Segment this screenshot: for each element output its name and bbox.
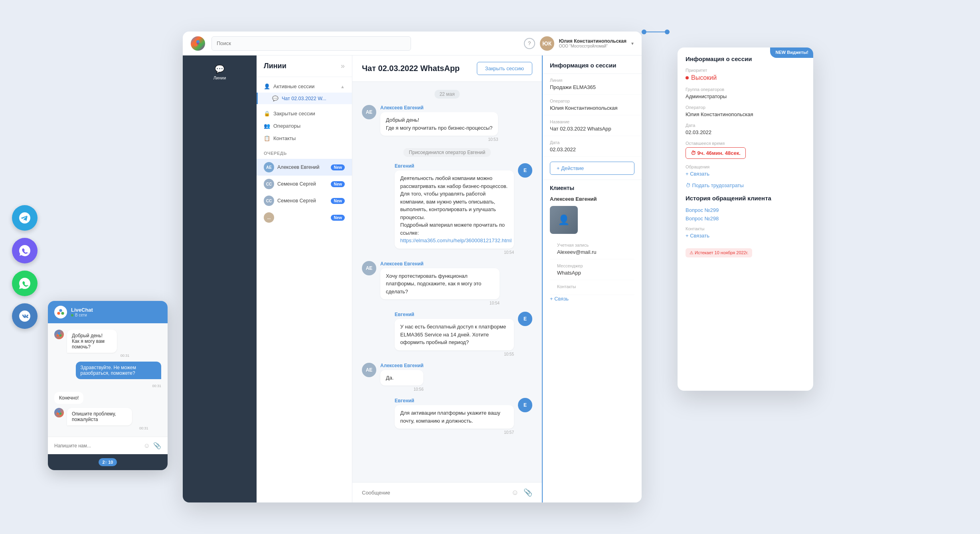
queue-item-0[interactable]: АЕ Алексеев Евгений New [257,159,352,176]
attachment-icon-lc[interactable]: 📎 [153,442,161,449]
collapse-button[interactable]: » [341,62,345,70]
info-field-line: Линия Продажи ELMA365 [543,74,642,95]
telegram-icon[interactable] [12,205,38,231]
info-label-messenger: Мессенджер [557,263,627,268]
user-info: Юлия Константинопольская ООО "Мосгосстро… [559,38,626,48]
info-value-operator: Юлия Константинопольская [550,105,634,111]
lc-logo-msg-3: Опишите проблему, пожалуйста 00:31 [54,408,161,430]
help-button[interactable]: ? [524,38,535,49]
history-item-0[interactable]: Вопрос №299 [686,207,805,213]
info-label-date: Дата [550,140,634,145]
msg-link-2[interactable]: https://elma365.com/ru/help/360008121732… [400,237,512,243]
new-badge-0: New [331,164,345,170]
msg-bubble-5: Да. [380,370,423,386]
svg-point-5 [57,312,60,314]
action-button[interactable]: + Действие [550,162,634,175]
widget-field-requests: Обращения + Связать [686,164,805,177]
msg-time-5: 10:56 [380,387,423,392]
attachment-icon[interactable]: 📎 [524,488,532,497]
history-item-1[interactable]: Вопрос №298 [686,216,805,222]
queue-avatar-2: СС [264,196,274,206]
contacts-label: Контакты [273,135,296,141]
nav-header: Линии » [257,55,352,77]
queue-name-0: Алексеев Евгений [277,164,320,170]
active-sessions-label: Активные сессии [273,83,314,89]
lc-logo-content-3: Опишите проблему, пожалуйста 00:31 [67,408,148,430]
emoji-icon[interactable]: ☺ [512,489,519,497]
labor-button[interactable]: ⏱ Подать трудозатраты [686,182,805,188]
contacts-header[interactable]: 📋 Контакты [257,132,352,144]
viber-icon[interactable] [12,238,38,263]
msg-avatar-5: АЕ [362,363,376,377]
search-input[interactable] [211,36,411,51]
svg-point-4 [59,309,62,312]
info-field-messenger: Мессенджер WhatsApp [550,259,634,280]
lc-bubble-0: Добрый день! Как я могу вам помочь? [67,330,117,353]
lc-time-1: 00:31 [54,384,161,388]
close-session-button[interactable]: Закрыть сессию [477,62,532,75]
widget-contact-link[interactable]: + Связать [686,233,805,239]
crm-window: ? ЮК Юлия Константинопольская ООО "Мосго… [183,32,642,502]
livechat-info: LiveChat В сети [71,307,93,317]
client-photo: 👤 [550,206,578,234]
info-field-operator: Оператор Юлия Константинопольская [543,95,642,115]
msg-sender-4: Евгений [395,312,514,317]
active-sessions-section: 👤 Активные сессии ▲ 💬 Чат 02.03.2022 W..… [257,77,352,107]
info-value-name: Чат 02.03.2022 WhatsApp [550,126,634,132]
msg-time-4: 10:55 [395,352,514,356]
link-button[interactable]: + Связать [686,171,805,177]
livechat-title: LiveChat [71,307,93,313]
new-badge-1: New [331,181,345,187]
widget-field-group: Группа операторов Администраторы [686,87,805,99]
message-group-6: Е Евгений Для активации платформы укажит… [362,398,532,435]
arrow-icon: ▲ [340,84,345,89]
queue-item-1[interactable]: СС Семенов Сергей New [257,176,352,192]
operators-icon: 👥 [264,123,270,129]
svg-point-6 [61,312,64,314]
user-avatar: ЮК [540,36,554,51]
msg-avatar-3: АЕ [362,261,376,275]
widget-field-date: Дата 02.03.2022 [686,123,805,135]
operators-header[interactable]: 👥 Операторы [257,120,352,132]
msg-line-6-0: Для активации платформы укажите вашу поч… [400,409,508,425]
queue-item-2[interactable]: СС Семенов Сергей New [257,192,352,209]
msg-content-6: Евгений Для активации платформы укажите … [395,398,514,435]
msg-content-5: Алексеев Евгений Да. 10:56 [380,363,423,392]
time-remaining-value: ⏱ 9ч. 46мин. 48сек. [686,147,746,159]
livechat-messages: Добрый день! Как я могу вам помочь? 00:3… [48,323,168,437]
clients-section: Клиенты Алексеев Евгений 👤 Учетная запис… [543,180,642,307]
new-badge-2: New [331,198,345,204]
connector-line [642,32,670,32]
svg-point-2 [199,43,202,46]
history-section: История обращений клиента Вопрос №299 Во… [686,195,805,257]
queue-item-3[interactable]: ... New [257,209,352,226]
msg-line-0-1: Где я могу прочитать про бизнес-процессы… [386,124,492,132]
msg-time-0: 10:53 [380,137,498,142]
widget-label-group: Группа операторов [686,87,805,92]
active-sessions-header[interactable]: 👤 Активные сессии ▲ [257,80,352,93]
chat-input-bar: ☺ 📎 [352,482,542,502]
info-value-line: Продажи ELMA365 [550,84,634,90]
emoji-icon-lc[interactable]: ☺ [144,442,150,449]
widget-field-remaining: Оставшееся время ⏱ 9ч. 46мин. 48сек. [686,141,805,159]
info-label-line: Линия [550,78,634,83]
msg-line-3-0: Хочу протестировать функционал платформы… [386,272,494,296]
contact-link[interactable]: + Связь [550,296,569,302]
chat-icon: 💬 [272,95,279,101]
date-separator: 22 мая [435,90,459,99]
sidebar-item-lines[interactable]: 💬 Линии [183,60,257,84]
livechat-status: В сети [71,313,93,317]
widget-label-requests: Обращения [686,164,805,169]
chat-input[interactable] [362,490,507,496]
widget-value-operator: Юлия Константинопольская [686,111,805,117]
livechat-input[interactable] [54,443,140,449]
chat-label: Чат 02.03.2022 W... [282,96,326,101]
lc-avatar-0 [54,330,64,339]
closed-sessions-header[interactable]: 🔒 Закрытые сессии [257,107,352,120]
vk-icon[interactable] [12,303,38,329]
nav-sub-item-chat[interactable]: 💬 Чат 02.03.2022 W... [257,93,352,104]
lc-avatar-3 [54,408,64,417]
widget-value-group: Администраторы [686,93,805,99]
message-group-0: АЕ Алексеев Евгений Добрый день! Где я м… [362,105,532,142]
whatsapp-icon[interactable] [12,271,38,296]
